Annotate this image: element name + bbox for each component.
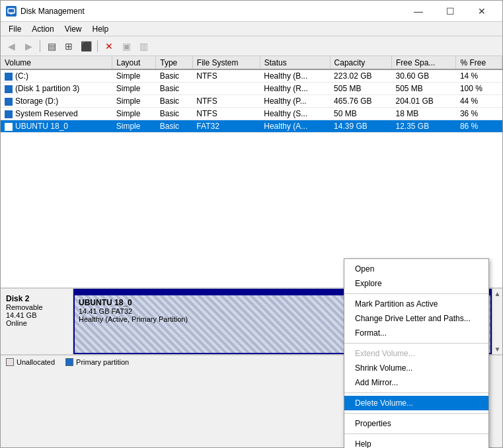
col-layout[interactable]: Layout [112, 56, 156, 69]
toolbar: ◀ ▶ ▤ ⊞ ⬛ ✕ ▣ ▥ [1, 36, 502, 56]
cell-capacity: 223.02 GB [330, 69, 391, 83]
cell-status: Healthy (B... [260, 69, 330, 83]
cell-free: 18 MB [391, 108, 455, 120]
toolbar-sep-2 [97, 40, 98, 52]
context-menu-item-4[interactable]: Format... [344, 326, 488, 340]
cell-fs: FAT32 [192, 120, 260, 133]
cell-fs: NTFS [192, 95, 260, 108]
cell-volume: System Reserved [1, 108, 112, 120]
cell-free: 12.35 GB [391, 120, 455, 133]
svg-rect-1 [10, 13, 13, 15]
col-status[interactable]: Status [260, 56, 330, 69]
disk-name: Disk 2 [6, 294, 67, 303]
menu-help[interactable]: Help [87, 23, 114, 35]
context-menu-item-0[interactable]: Open [344, 262, 488, 276]
cell-pct: 86 % [456, 120, 502, 133]
ctx-separator [344, 433, 488, 434]
cell-capacity: 50 MB [330, 108, 391, 120]
context-menu-item-9[interactable]: Properties [344, 416, 488, 431]
context-menu-item-3[interactable]: Change Drive Letter and Paths... [344, 311, 488, 326]
volume-list: Volume Layout Type File System Status Ca… [1, 56, 502, 289]
cell-status: Healthy (S... [260, 108, 330, 120]
context-menu-item-10[interactable]: Help [344, 437, 488, 448]
legend-primary-box [65, 358, 73, 366]
cell-volume: UBUNTU 18_0 [1, 120, 112, 133]
cell-type: Basic [156, 95, 193, 108]
menu-action[interactable]: Action [26, 23, 59, 35]
context-menu-item-5[interactable]: Extend Volume... [344, 346, 488, 361]
menu-bar: File Action View Help [1, 22, 502, 36]
legend-primary-label: Primary partition [76, 358, 129, 366]
cell-layout: Simple [112, 83, 156, 95]
cell-free: 505 MB [391, 83, 455, 95]
title-bar: Disk Management — ☐ ✕ [1, 1, 502, 22]
maximize-button[interactable]: ☐ [435, 1, 465, 22]
col-free[interactable]: Free Spa... [391, 56, 455, 69]
cell-capacity: 505 MB [330, 83, 391, 95]
vol-icon [5, 110, 13, 118]
col-capacity[interactable]: Capacity [330, 56, 391, 69]
app-icon [6, 6, 17, 17]
cell-fs: NTFS [192, 108, 260, 120]
title-bar-controls: — ☐ ✕ [403, 1, 497, 22]
vol-icon [5, 85, 13, 93]
toolbar-sep-1 [40, 40, 40, 52]
svg-rect-2 [9, 12, 14, 13]
vol-icon [5, 98, 13, 106]
col-volume[interactable]: Volume [1, 56, 112, 69]
context-menu-item-6[interactable]: Shrink Volume... [344, 361, 488, 375]
col-filesystem[interactable]: File System [192, 56, 260, 69]
ctx-separator [344, 392, 488, 393]
cell-type: Basic [156, 83, 193, 95]
disk-status: Online [6, 319, 67, 327]
svg-rect-0 [8, 9, 15, 13]
cell-pct: 100 % [456, 83, 502, 95]
cell-pct: 44 % [456, 95, 502, 108]
cell-type: Basic [156, 69, 193, 83]
cancel-button[interactable]: ▣ [118, 38, 134, 54]
context-menu-item-2[interactable]: Mark Partition as Active [344, 297, 488, 311]
menu-file[interactable]: File [3, 23, 26, 35]
cell-status: Healthy (P... [260, 95, 330, 108]
table-row[interactable]: (Disk 1 partition 3)SimpleBasicHealthy (… [1, 83, 502, 95]
cell-fs: NTFS [192, 69, 260, 83]
context-menu-item-7[interactable]: Add Mirror... [344, 375, 488, 390]
vol-icon [5, 123, 13, 131]
ctx-separator [344, 293, 488, 294]
legend-unalloc-label: Unallocated [17, 358, 55, 366]
volume-table: Volume Layout Type File System Status Ca… [1, 56, 502, 133]
toolbar-btn-3[interactable]: ⬛ [78, 38, 94, 54]
table-row[interactable]: System ReservedSimpleBasicNTFSHealthy (S… [1, 108, 502, 120]
col-pct[interactable]: % Free [456, 56, 502, 69]
context-menu-item-8[interactable]: Delete Volume... [344, 396, 488, 410]
disk-label: Disk 2 Removable 14.41 GB Online [1, 289, 73, 354]
view-button[interactable]: ▤ [44, 38, 59, 54]
table-row[interactable]: UBUNTU 18_0SimpleBasicFAT32Healthy (A...… [1, 120, 502, 133]
cell-pct: 14 % [456, 69, 502, 83]
table-row[interactable]: Storage (D:)SimpleBasicNTFSHealthy (P...… [1, 95, 502, 108]
cell-type: Basic [156, 108, 193, 120]
toolbar-btn-5[interactable]: ▥ [135, 38, 151, 54]
legend-primary: Primary partition [65, 358, 129, 366]
cell-pct: 36 % [456, 108, 502, 120]
cell-layout: Simple [112, 120, 156, 133]
cell-type: Basic [156, 120, 193, 133]
cell-free: 30.60 GB [391, 69, 455, 83]
close-button[interactable]: ✕ [467, 1, 497, 22]
back-button[interactable]: ◀ [3, 38, 19, 54]
cell-layout: Simple [112, 69, 156, 83]
properties-button[interactable]: ⊞ [61, 38, 77, 54]
ctx-separator [344, 343, 488, 344]
cell-fs [192, 83, 260, 95]
forward-button[interactable]: ▶ [20, 38, 36, 54]
table-row[interactable]: (C:)SimpleBasicNTFSHealthy (B...223.02 G… [1, 69, 502, 83]
context-menu-item-1[interactable]: Explore [344, 276, 488, 291]
minimize-button[interactable]: — [403, 1, 434, 22]
col-type[interactable]: Type [156, 56, 193, 69]
refresh-button[interactable]: ✕ [101, 38, 117, 54]
scrollbar[interactable]: ▲ ▼ [492, 289, 502, 354]
disk-size: 14.41 GB [6, 311, 67, 319]
disk-type: Removable [6, 303, 67, 311]
window-title: Disk Management [20, 7, 403, 16]
menu-view[interactable]: View [59, 23, 87, 35]
